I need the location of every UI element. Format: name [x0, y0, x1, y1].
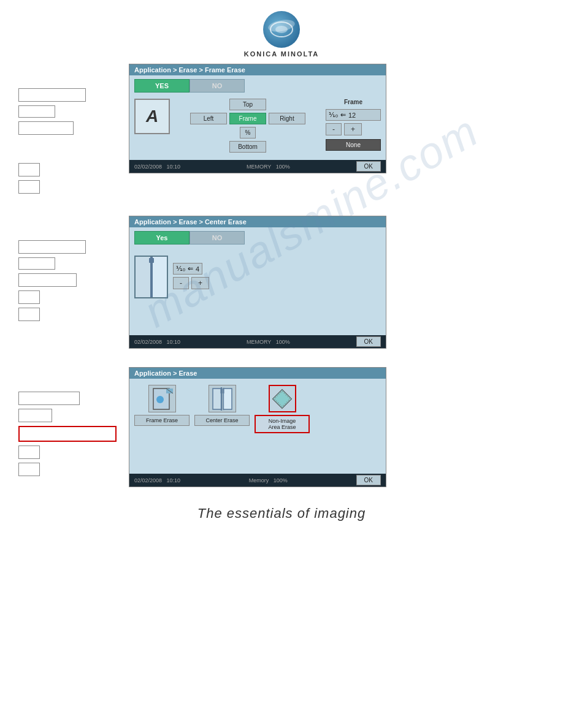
frame-erase-btn[interactable]: Frame Erase — [134, 415, 190, 426]
center-erase-icon — [209, 385, 236, 412]
center-erase-option: Center Erase — [194, 385, 250, 426]
svg-point-1 — [275, 26, 288, 33]
annotation-box-11 — [18, 392, 80, 405]
svg-rect-10 — [220, 389, 224, 393]
screen3-status-date: 02/02/2008 10:10 — [134, 477, 180, 483]
annotation-box-2 — [18, 105, 55, 118]
screen-center-erase: Application > Erase > Center Erase Yes N… — [129, 216, 386, 349]
konica-minolta-logo — [263, 11, 300, 48]
logo-text: KONICA MINOLTA — [244, 50, 320, 58]
screen1-ok-btn[interactable]: OK — [356, 161, 381, 172]
annotation-box-14 — [18, 446, 40, 459]
frame-btn[interactable]: Frame — [229, 113, 266, 124]
screen2-yes-btn[interactable]: Yes — [134, 231, 190, 245]
screen3-spacer — [129, 439, 386, 470]
counter-value: 12 — [348, 112, 356, 119]
screen1-right: Frame ⅒ ⇐ 12 - + None — [326, 99, 381, 153]
footer-tagline: The essentials of imaging — [18, 506, 545, 534]
left-annotations-2 — [18, 216, 117, 325]
screen1-body: A Top Left Frame Right % Bottom Frame — [129, 95, 386, 156]
none-btn[interactable]: None — [326, 139, 381, 151]
percent-btn[interactable]: % — [240, 127, 256, 138]
right-btn[interactable]: Right — [269, 113, 305, 124]
annotation-box-9 — [18, 290, 40, 304]
screen2-no-btn[interactable]: NO — [190, 231, 245, 245]
minus-btn[interactable]: - — [326, 123, 342, 135]
logo-area: KONICA MINOLTA — [0, 0, 563, 58]
screen2-spacer — [129, 307, 386, 332]
screen2-status-bar: 02/02/2008 10:10 MEMORY 100% OK — [129, 335, 386, 348]
screen3-title: Application > Erase — [129, 368, 386, 379]
bottom-btn[interactable]: Bottom — [229, 141, 266, 153]
annotation-box-4 — [18, 163, 40, 176]
left-btn[interactable]: Left — [190, 113, 227, 124]
frame-label: Frame — [326, 99, 381, 105]
annotation-box-10 — [18, 308, 40, 321]
annotation-box-1 — [18, 88, 86, 102]
screen2-status-date: 02/02/2008 10:10 — [134, 339, 180, 345]
non-image-erase-option: Non-ImageArea Erase — [255, 385, 310, 433]
screen2-right: ⅒ ⇐ 4 - + — [173, 251, 381, 303]
annotation-box-8 — [18, 273, 77, 287]
book-icon — [134, 256, 168, 298]
annotation-box-15 — [18, 463, 40, 476]
screen-frame-erase: Application > Erase > Frame Erase YES NO… — [129, 64, 386, 173]
annotation-box-5 — [18, 180, 40, 194]
counter-row: ⅒ ⇐ 12 — [326, 109, 381, 121]
frame-erase-icon — [148, 385, 176, 412]
arrow-btn[interactable]: ⇐ — [340, 111, 346, 119]
screen2-status-memory: MEMORY 100% — [247, 339, 290, 345]
screen1-status-bar: 02/02/2008 10:10 MEMORY 100% OK — [129, 160, 386, 173]
svg-rect-11 — [272, 389, 291, 408]
screen1-center: Top Left Frame Right % Bottom — [175, 99, 321, 153]
screen2-ok-btn[interactable]: OK — [356, 336, 381, 347]
screen3-ok-btn[interactable]: OK — [356, 475, 381, 485]
left-annotations-1 — [18, 64, 117, 197]
non-image-erase-icon — [269, 385, 296, 412]
pm-row: - + — [326, 123, 381, 135]
screen3-body: Frame Erase Center Erase — [129, 379, 386, 439]
svg-point-3 — [156, 396, 164, 403]
annotation-box-3 — [18, 121, 74, 135]
spine-marker — [149, 258, 154, 263]
left-annotations-3 — [18, 367, 117, 480]
screen2-title: Application > Erase > Center Erase — [129, 216, 386, 227]
screen1-toggle-row: YES NO — [129, 75, 386, 95]
annotation-box-12 — [18, 409, 52, 422]
plus-btn[interactable]: + — [344, 123, 362, 135]
counter-unit: ⅒ — [329, 111, 338, 119]
svg-point-0 — [270, 22, 293, 37]
screen1-status-date: 02/02/2008 10:10 — [134, 164, 180, 170]
screen3-status-memory: Memory 100% — [249, 477, 288, 483]
screen-erase-options: Application > Erase Frame Erase — [129, 367, 386, 487]
svg-rect-6 — [213, 389, 221, 409]
annotation-box-6 — [18, 240, 86, 254]
annotation-box-7 — [18, 257, 55, 270]
svg-rect-7 — [223, 389, 232, 409]
screen2-counter-row: ⅒ ⇐ 4 — [173, 263, 202, 275]
screen2-plus-btn[interactable]: + — [191, 277, 209, 289]
letter-a-preview: A — [134, 99, 170, 134]
screen2-counter-unit: ⅒ — [176, 265, 185, 273]
non-image-erase-btn[interactable]: Non-ImageArea Erase — [255, 415, 310, 433]
middle-row: Left Frame Right — [190, 113, 305, 124]
screen1-status-memory: MEMORY 100% — [247, 164, 290, 170]
screen2-counter-value: 4 — [196, 265, 199, 273]
center-erase-btn[interactable]: Center Erase — [194, 415, 250, 426]
screen1-title: Application > Erase > Frame Erase — [129, 64, 386, 75]
screen1-left: A — [134, 99, 170, 153]
screen2-toggle-row: Yes NO — [129, 227, 386, 247]
annotation-box-13-highlighted — [18, 426, 117, 442]
screen2-pm-row: - + — [173, 277, 209, 289]
screen1-yes-btn[interactable]: YES — [134, 79, 190, 93]
screen2-arrow-btn[interactable]: ⇐ — [188, 265, 193, 273]
top-btn[interactable]: Top — [229, 99, 266, 110]
screen3-status-bar: 02/02/2008 10:10 Memory 100% OK — [129, 474, 386, 487]
frame-erase-option: Frame Erase — [134, 385, 190, 426]
screen2-minus-btn[interactable]: - — [173, 277, 189, 289]
screen2-body: ⅒ ⇐ 4 - + — [129, 247, 386, 307]
screen1-no-btn[interactable]: NO — [190, 79, 245, 93]
